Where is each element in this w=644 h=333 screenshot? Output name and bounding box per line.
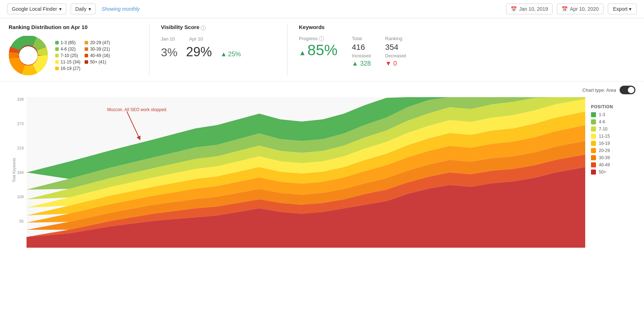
export-button[interactable]: Export ▾ [608, 4, 637, 14]
showing-label: Showing monthly [101, 6, 140, 12]
total-label: Total [352, 36, 371, 41]
vis-val-new: 29% [186, 44, 212, 60]
area-chart [27, 97, 585, 248]
chart-legend-dot [591, 162, 596, 167]
vis-up-arrow: ▲ [220, 51, 227, 58]
kw-stats: Total 416 Increased ▲ 328 Ranking 354 De… [352, 36, 406, 67]
keywords-title: Keywords [299, 24, 635, 30]
chart-legend-dot [591, 141, 596, 146]
increased-up-arrow: ▲ [352, 60, 358, 67]
chart-legend-dot [591, 119, 596, 124]
donut-legend-item: 7-10 (25) [55, 53, 80, 58]
keywords-inner: Progress i ▲ 85% Total 416 Increased ▲ 3… [299, 36, 635, 67]
ranking-dist-title: Ranking Distribution on Apr 10 [9, 24, 138, 30]
visibility-score-section: Visibility Score i Jan 10 Apr 10 3% 29% … [161, 24, 276, 75]
calendar-icon-start: 📅 [511, 6, 517, 12]
chart-legend-dot [591, 134, 596, 139]
y-label-219: 219 [17, 146, 24, 150]
donut-legend-item: 11-15 (34) [55, 60, 80, 65]
legend-dot [55, 54, 59, 57]
donut-legend-item: 1-3 (85) [55, 40, 80, 45]
chart-legend-item: 11-15 [591, 134, 635, 139]
ranking-value: 354 [385, 43, 406, 52]
chart-legend-dot [591, 155, 596, 160]
vis-values: 3% 29% ▲ 25% [161, 44, 276, 60]
calendar-icon-end: 📅 [562, 6, 568, 12]
y-axis: Total Keywords 328 273 219 164 109 55 0 [9, 97, 27, 255]
y-label-164: 164 [17, 170, 24, 175]
position-legend-title: POSITION [591, 104, 635, 109]
donut-hole [20, 48, 36, 63]
chart-legend-item: 7-10 [591, 127, 635, 132]
period-dropdown[interactable]: Daily ▾ [71, 4, 96, 14]
period-label: Daily [75, 6, 86, 12]
visibility-title: Visibility Score i [161, 24, 276, 30]
export-label: Export [613, 6, 628, 12]
stats-section: Ranking Distribution on Apr 10 [0, 18, 644, 81]
chart-legend-item: 1-3 [591, 112, 635, 117]
progress-label: Progress i [299, 36, 338, 41]
donut-legend-item: 50+ (41) [85, 60, 110, 65]
legend-dot [85, 60, 88, 64]
chart-legend-item: 50+ [591, 170, 635, 175]
legend-dot [85, 47, 88, 51]
kw-total-col: Total 416 Increased ▲ 328 [352, 36, 371, 67]
chart-legend-item: 40-49 [591, 162, 635, 167]
y-label-328: 328 [17, 97, 24, 101]
chart-legend-dot [591, 148, 596, 153]
y-label-273: 273 [17, 122, 24, 126]
legend-dot [55, 67, 59, 70]
legend-dot [85, 41, 88, 44]
period-dropdown-icon: ▾ [89, 6, 91, 12]
progress-arrow-icon: ▲ [299, 49, 306, 57]
vis-dates: Jan 10 Apr 10 [161, 36, 276, 42]
donut-legend-item: 16-19 (27) [55, 66, 80, 71]
chart-annotation: Mozcon. All SEO work stopped. [107, 107, 167, 112]
increased-value: ▲ 328 [352, 60, 371, 67]
donut-legend: 1-3 (85)20-29 (47)4-6 (32)30-39 (21)7-10… [55, 40, 110, 71]
decreased-down-arrow: ▼ [385, 60, 392, 67]
chart-area: Chart type: Area Total Keywords 328 273 … [0, 81, 644, 255]
progress-block: Progress i ▲ 85% [299, 36, 338, 58]
chart-wrapper: Total Keywords 328 273 219 164 109 55 0 … [9, 97, 635, 255]
date-range-end[interactable]: 📅 Apr 10, 2020 [557, 4, 603, 14]
chart-legend-item: 16-19 [591, 141, 635, 146]
toggle-knob [628, 87, 634, 93]
divider-2 [287, 24, 287, 75]
donut-legend-item: 20-29 (47) [85, 40, 110, 45]
vis-date-old: Jan 10 [161, 36, 175, 42]
chart-legend-right: POSITION1-34-67-1011-1516-1920-2930-3940… [585, 97, 635, 255]
chart-legend-dot [591, 127, 596, 132]
chart-legend-dot [591, 112, 596, 117]
chart-legend-dot [591, 170, 596, 175]
y-axis-title: Total Keywords [12, 158, 16, 182]
date-range-start[interactable]: 📅 Jan 10, 2019 [506, 4, 553, 14]
chart-controls: Chart type: Area [9, 86, 635, 94]
visibility-info-icon[interactable]: i [201, 25, 206, 30]
legend-dot [55, 47, 59, 51]
date-start: Jan 10, 2019 [519, 6, 548, 12]
donut-chart [9, 36, 48, 75]
chart-legend-item: 4-6 [591, 119, 635, 124]
decreased-label: Decreased [385, 53, 406, 58]
donut-legend-item: 30-39 (21) [85, 47, 110, 52]
progress-value: 85% [307, 43, 338, 58]
total-value: 416 [352, 43, 371, 52]
legend-dot [55, 60, 59, 64]
top-bar: Google Local Finder ▾ Daily ▾ Showing mo… [0, 0, 644, 18]
chart-legend-item: 30-39 [591, 155, 635, 160]
y-label-109: 109 [17, 195, 24, 199]
finder-dropdown[interactable]: Google Local Finder ▾ [7, 4, 66, 14]
chart-type-toggle[interactable] [620, 86, 635, 94]
decreased-value: ▼ 0 [385, 60, 406, 67]
chart-legend-item: 20-29 [591, 148, 635, 153]
ranking-distribution: Ranking Distribution on Apr 10 [9, 24, 138, 75]
progress-info-icon[interactable]: i [319, 36, 324, 41]
chart-type-label: Chart type: Area [582, 87, 616, 93]
donut-row: 1-3 (85)20-29 (47)4-6 (32)30-39 (21)7-10… [9, 36, 138, 75]
y-label-55: 55 [19, 219, 24, 223]
donut-legend-item: 40-49 (16) [85, 53, 110, 58]
vis-date-new: Apr 10 [189, 36, 203, 42]
legend-dot [55, 41, 59, 44]
ranking-label: Ranking [385, 36, 406, 41]
